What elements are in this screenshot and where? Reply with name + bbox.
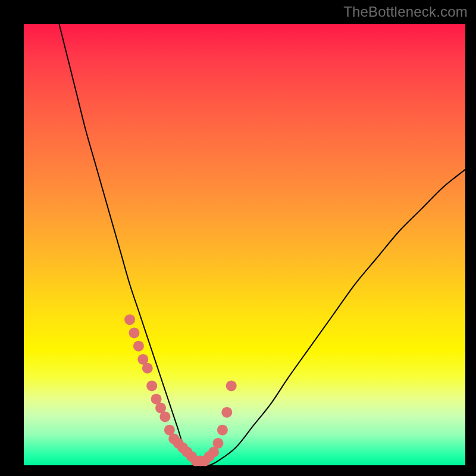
curve-layer [24,24,465,465]
highlight-dots [124,314,237,466]
highlight-dot [124,314,135,325]
highlight-dot [129,327,140,338]
chart-frame: TheBottleneck.com [0,0,476,476]
watermark-text: TheBottleneck.com [343,4,468,20]
highlight-dot [226,380,237,391]
highlight-dot [212,438,223,449]
bottleneck-curve [59,24,465,466]
highlight-dot [217,425,228,436]
highlight-dot [221,407,232,418]
highlight-dot [133,341,144,352]
highlight-dot [159,411,170,422]
highlight-dot [142,363,153,374]
highlight-dot [146,380,157,391]
bottleneck-curve-path [59,24,465,466]
plot-area [24,24,465,465]
